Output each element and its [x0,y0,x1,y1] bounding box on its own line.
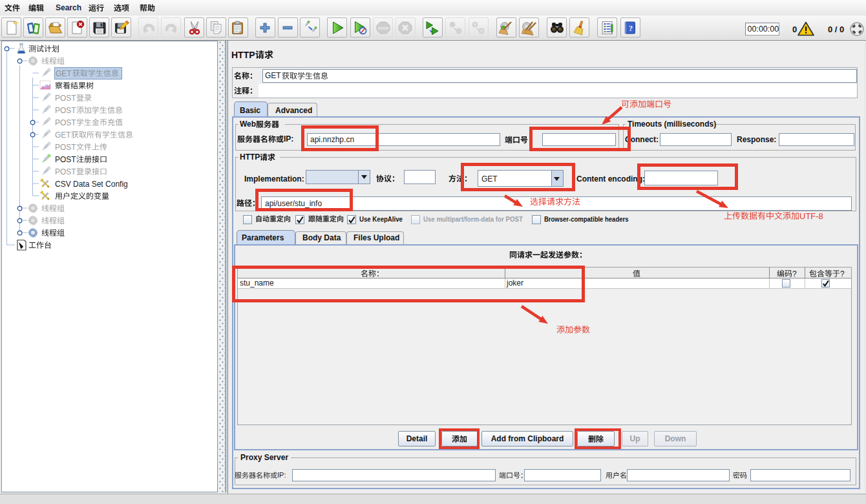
svg-text:STOP: STOP [377,25,388,30]
svg-text:?: ? [629,23,633,32]
